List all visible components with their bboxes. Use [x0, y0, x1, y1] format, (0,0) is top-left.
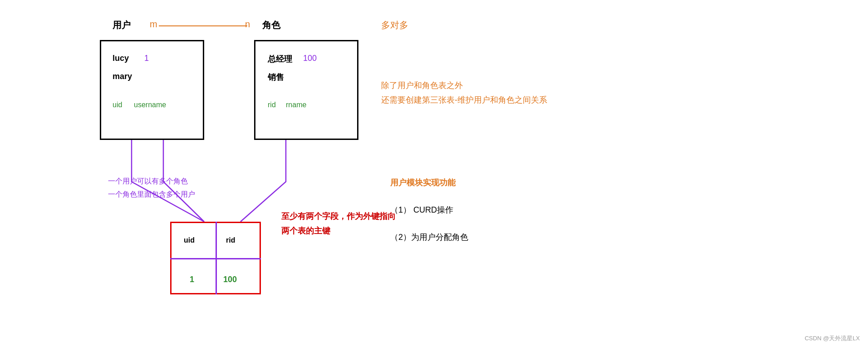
label-role: 角色	[262, 19, 280, 31]
user-table-mary: mary	[113, 72, 132, 81]
note-assign: （2）为用户分配角色	[390, 232, 468, 243]
role-table-rname: rname	[286, 101, 306, 109]
role-table-sales: 销售	[268, 72, 284, 83]
user-table-lucy: lucy	[113, 54, 129, 63]
third-table-val2: 100	[223, 275, 237, 284]
note-third-table-line1: 至少有两个字段，作为外键指向	[281, 209, 396, 224]
role-table-rid: rid	[268, 101, 276, 109]
user-table-lucy-num: 1	[144, 54, 149, 63]
note-also: 除了用户和角色表之外 还需要创建第三张表-维护用户和角色之间关系	[381, 78, 547, 108]
note-curd: （1） CURD操作	[390, 204, 453, 215]
note-one-role-many-users: 一个角色里面包含多个用户	[108, 188, 195, 201]
label-m: m	[150, 19, 157, 30]
label-many-to-many: 多对多	[381, 19, 408, 31]
user-table-uid: uid	[113, 101, 122, 109]
third-table-uid: uid	[184, 236, 195, 244]
note-third-table: 至少有两个字段，作为外键指向 两个表的主键	[281, 209, 396, 239]
note-also-line1: 除了用户和角色表之外	[381, 78, 547, 93]
label-n: n	[245, 19, 250, 30]
role-table-manager: 总经理	[268, 54, 292, 65]
note-third-table-line2: 两个表的主键	[281, 224, 396, 238]
user-table-username: username	[134, 101, 166, 109]
watermark: CSDN @天外流星LX	[804, 334, 860, 343]
third-table-hline	[170, 258, 261, 259]
note-relationship: 一个用户可以有多个角色 一个角色里面包含多个用户	[108, 175, 195, 201]
note-one-user-many-roles: 一个用户可以有多个角色	[108, 175, 195, 188]
note-user-module: 用户模块实现功能	[390, 177, 456, 188]
label-user: 用户	[113, 19, 131, 31]
role-table-manager-num: 100	[303, 54, 317, 63]
note-also-line2: 还需要创建第三张表-维护用户和角色之间关系	[381, 93, 547, 107]
mn-line	[159, 25, 247, 26]
third-table-rid: rid	[226, 236, 235, 244]
third-table-val1: 1	[190, 275, 194, 284]
